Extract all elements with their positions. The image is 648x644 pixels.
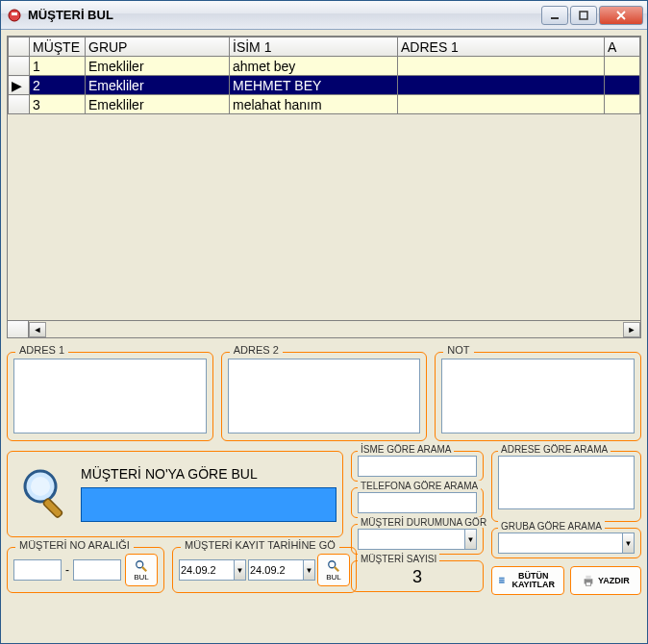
count-label: MÜŞTERİ SAYISI [358, 554, 439, 564]
search-by-no-panel: MÜŞTERİ NO'YA GÖRE BUL [7, 451, 343, 537]
adres-search-label: ADRESE GÖRE ARAMA [498, 444, 611, 455]
no-range-label: MÜŞTERİ NO ARALIĞI [15, 539, 134, 551]
svg-rect-16 [586, 582, 590, 586]
search-by-no-title: MÜŞTERİ NO'YA GÖRE BUL [81, 466, 336, 482]
not-group: NOT [435, 352, 641, 441]
window-title: MÜŞTERİ BUL [28, 8, 541, 22]
all-records-button[interactable]: BÜTÜN KAYITLAR [491, 566, 564, 595]
col-adres1[interactable]: ADRES 1 [398, 37, 605, 57]
svg-rect-1 [12, 12, 17, 15]
grid-header: MÜŞTE GRUP İSİM 1 ADRES 1 A [9, 37, 640, 57]
date-range-label: MÜŞTERİ KAYIT TARİHİNE GÖ [181, 539, 339, 551]
svg-line-8 [142, 566, 146, 570]
col-a[interactable]: A [605, 37, 640, 57]
date-to-dropdown[interactable]: ▼ [304, 559, 315, 581]
svg-rect-12 [499, 580, 505, 582]
app-icon [7, 8, 22, 23]
app-window: MÜŞTERİ BUL MÜŞTE GRUP İSİM 1 ADRES 1 A [0, 0, 648, 644]
window-controls [541, 6, 643, 25]
grup-search-label: GRUBA GÖRE ARAMA [498, 521, 605, 532]
date-to[interactable] [248, 559, 304, 581]
tel-search-input[interactable] [358, 492, 477, 513]
col-isim1[interactable]: İSİM 1 [230, 37, 398, 57]
grid-hscrollbar[interactable]: ◄ ► [8, 320, 640, 337]
magnifier-icon [13, 463, 75, 525]
maximize-button[interactable] [570, 6, 597, 25]
date-from[interactable] [179, 559, 235, 581]
date-range-group: MÜŞTERİ KAYIT TARİHİNE GÖ ▼ ▼ BUL [172, 547, 357, 593]
adres1-label: ADRES 1 [15, 344, 68, 356]
search-by-no-input[interactable] [81, 487, 336, 522]
table-row[interactable]: 3Emeklilermelahat hanım [9, 95, 640, 114]
titlebar: MÜŞTERİ BUL [1, 1, 647, 30]
svg-rect-15 [586, 576, 590, 580]
no-range-to[interactable] [73, 559, 121, 581]
adres2-label: ADRES 2 [230, 344, 283, 356]
count-group: MÜŞTERİ SAYISI 3 [351, 560, 484, 592]
durum-search-label: MÜŞTERİ DURUMUNA GÖR [358, 517, 489, 528]
tel-search-group: TELEFONA GÖRE ARAMA [351, 487, 484, 518]
svg-point-5 [31, 477, 50, 496]
not-label: NOT [443, 344, 473, 356]
svg-point-7 [137, 560, 143, 567]
no-range-find-button[interactable]: BUL [125, 554, 158, 586]
adres-search-input[interactable] [498, 456, 635, 509]
svg-rect-6 [42, 498, 62, 518]
svg-rect-3 [580, 12, 587, 19]
grup-dropdown[interactable]: ▼ [623, 533, 635, 554]
scroll-right-icon[interactable]: ► [623, 322, 640, 337]
adres2-memo[interactable] [228, 359, 421, 433]
scroll-left-icon[interactable]: ◄ [29, 322, 46, 337]
print-button[interactable]: YAZDIR [570, 566, 641, 595]
isim-search-input[interactable] [358, 456, 477, 477]
no-range-from[interactable] [13, 559, 62, 581]
grup-combo[interactable] [498, 533, 623, 554]
minimize-button[interactable] [541, 6, 568, 25]
printer-icon [582, 574, 595, 587]
svg-rect-2 [551, 17, 559, 19]
isim-search-label: İSME GÖRE ARAMA [358, 444, 454, 455]
svg-rect-13 [499, 582, 505, 583]
durum-dropdown[interactable]: ▼ [465, 529, 477, 550]
isim-search-group: İSME GÖRE ARAMA [351, 451, 484, 482]
svg-line-10 [335, 566, 338, 570]
adres2-group: ADRES 2 [221, 352, 428, 441]
adres-search-group: ADRESE GÖRE ARAMA [491, 451, 641, 522]
close-button[interactable] [599, 6, 643, 25]
count-value: 3 [358, 565, 477, 587]
customer-grid[interactable]: MÜŞTE GRUP İSİM 1 ADRES 1 A 1Emeklilerah… [7, 36, 641, 338]
table-row[interactable]: ▶2EmeklilerMEHMET BEY [9, 76, 640, 95]
records-icon [498, 574, 507, 587]
svg-rect-11 [499, 578, 505, 580]
no-range-group: MÜŞTERİ NO ARALIĞI - BUL [7, 547, 164, 593]
tel-search-label: TELEFONA GÖRE ARAMA [358, 481, 481, 491]
col-musteri[interactable]: MÜŞTE [30, 37, 86, 57]
svg-point-9 [329, 560, 336, 567]
adres1-group: ADRES 1 [7, 352, 213, 441]
date-range-find-button[interactable]: BUL [317, 554, 350, 586]
grup-search-group: GRUBA GÖRE ARAMA ▼ [491, 528, 641, 558]
col-grup[interactable]: GRUP [86, 37, 230, 57]
durum-combo[interactable] [358, 529, 465, 550]
table-row[interactable]: 1Emeklilerahmet bey [9, 57, 640, 76]
adres1-memo[interactable] [13, 359, 207, 433]
client-area: MÜŞTE GRUP İSİM 1 ADRES 1 A 1Emeklilerah… [1, 30, 647, 643]
not-memo[interactable] [441, 359, 635, 433]
date-from-dropdown[interactable]: ▼ [235, 559, 246, 581]
durum-search-group: MÜŞTERİ DURUMUNA GÖR ▼ [351, 524, 484, 555]
